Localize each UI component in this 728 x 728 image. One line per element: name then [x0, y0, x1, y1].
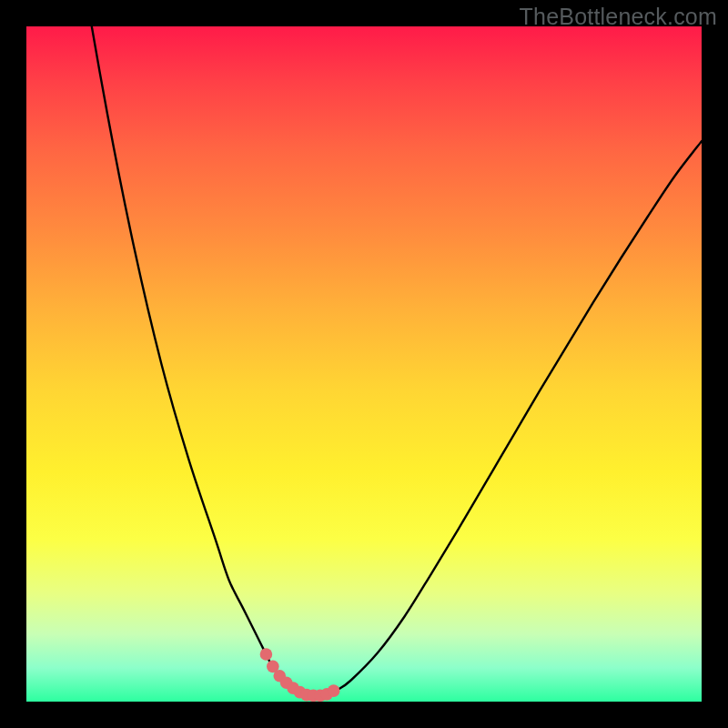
watermark-text: TheBottleneck.com [520, 4, 717, 30]
bottleneck-curve [26, 26, 702, 696]
marker-group [260, 648, 340, 702]
curve-layer [26, 26, 702, 702]
plot-area [26, 26, 702, 702]
curve-marker [260, 648, 273, 661]
curve-marker [328, 684, 340, 697]
chart-frame: TheBottleneck.com [0, 0, 728, 728]
